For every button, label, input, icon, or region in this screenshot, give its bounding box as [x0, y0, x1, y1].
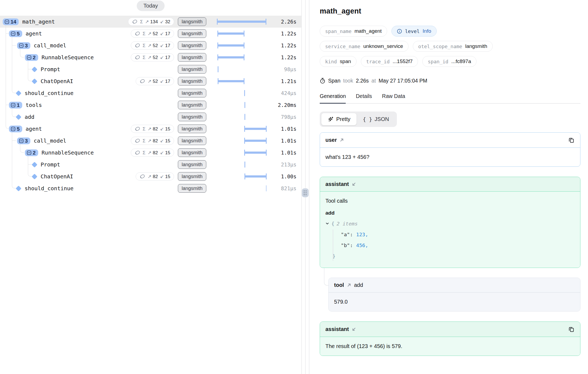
span-duration-bar	[244, 128, 266, 130]
waterfall-track	[213, 123, 269, 135]
tokens-out: ↙ 15	[160, 127, 170, 131]
json-key: "b":	[341, 242, 353, 248]
collapse-badge[interactable]: 2	[25, 149, 38, 156]
timing-word-at: at	[371, 78, 376, 84]
row-label-area: 3call_model	[0, 135, 131, 147]
drag-dots-icon	[304, 191, 307, 195]
message-card-assistant-toolcall: assistant Tool calls add { 2 items	[320, 177, 580, 268]
collapse-badge[interactable]: 3	[17, 137, 30, 144]
span-timing-line: Span took 2.26s at May 27 17:05:04 PM	[320, 78, 580, 84]
span-duration-bar	[245, 175, 266, 178]
tab-generation[interactable]: Generation	[320, 93, 346, 104]
panel-resizer-gutter[interactable]	[301, 0, 315, 374]
panel-divider-line	[309, 0, 309, 374]
json-arg-row: "a":123,	[325, 229, 575, 240]
token-counts: Σ↗ 52↙ 17	[131, 29, 174, 38]
stopwatch-icon	[320, 78, 325, 84]
message-header: assistant	[320, 322, 580, 337]
tab-details[interactable]: Details	[356, 93, 372, 104]
tokens-in: ↗ 134	[145, 19, 158, 24]
row-label-area: ChatOpenAI	[0, 75, 136, 87]
toggle-pretty[interactable]: Pretty	[321, 113, 357, 125]
duration-label: 1.22s	[269, 31, 301, 37]
pill-value: ...1552f7	[393, 58, 413, 64]
role-label: assistant	[325, 326, 349, 332]
panel-drag-handle[interactable]	[302, 188, 309, 197]
trace-row-ChatOpenAI[interactable]: ChatOpenAI↗ 82↙ 15langsmith1.00s	[0, 170, 301, 182]
waterfall-track	[213, 182, 269, 194]
trace-row-Prompt[interactable]: Promptlangsmith213µs	[0, 159, 301, 170]
trace-row-agent[interactable]: 5agentΣ↗ 52↙ 17langsmith1.22s	[0, 28, 301, 40]
collapse-badge[interactable]: 1	[9, 102, 22, 109]
tokens-in: ↗ 52	[148, 79, 158, 84]
pill-value: Info	[423, 28, 431, 34]
json-root-line[interactable]: { 2 items	[325, 218, 575, 229]
waterfall-track	[213, 40, 269, 51]
pill-key: span_name	[325, 28, 352, 34]
message-header: user	[320, 133, 580, 148]
message-content: Tool calls add { 2 items "a":123,"b":456…	[320, 192, 580, 268]
tool-result-wrapper: tool add 579.0	[328, 278, 580, 311]
message-card-tool: tool add 579.0	[328, 278, 580, 311]
open-brace: {	[331, 221, 334, 227]
span-name-label: math_agent	[22, 18, 55, 25]
pill-key: level	[405, 28, 420, 34]
copy-button[interactable]	[568, 326, 575, 333]
copy-icon	[568, 326, 575, 333]
duration-label: 2.26s	[269, 19, 301, 25]
token-counts: ↗ 52↙ 17	[136, 77, 174, 85]
tab-raw-data[interactable]: Raw Data	[382, 93, 405, 104]
trace-row-call_model[interactable]: 3call_modelΣ↗ 52↙ 17langsmith1.22s	[0, 40, 301, 51]
json-key: "a":	[341, 232, 353, 237]
message-header: tool add	[329, 278, 580, 293]
leaf-diamond-icon	[16, 185, 21, 191]
tokens-in: ↗ 52	[148, 43, 158, 48]
trace-row-add[interactable]: addlangsmith798µs	[0, 111, 301, 123]
collapse-badge[interactable]: 14	[3, 18, 19, 25]
token-pill: ↗ 52↙ 17	[136, 77, 174, 85]
trace-row-should_continue[interactable]: should_continuelangsmith424µs	[0, 87, 301, 99]
attribute-pill-span_name: span_namemath_agent	[320, 26, 387, 37]
copy-icon	[568, 137, 575, 143]
attribute-pill-service_name: service_nameunknown_service	[320, 41, 409, 52]
trace-row-should_continue[interactable]: should_continuelangsmith821µs	[0, 182, 301, 194]
attribute-pill-span_id: span_id...fc897a	[422, 56, 476, 67]
tokens-in: ↗ 52	[148, 31, 158, 36]
indent-guide	[333, 229, 333, 261]
view-mode-toggle: Pretty { } JSON	[320, 111, 397, 127]
trace-row-call_model[interactable]: 3call_modelΣ↗ 82↙ 15langsmith1.01s	[0, 135, 301, 147]
attribute-pill-level: levelInfo	[391, 26, 437, 37]
arrow-down-left-icon	[352, 182, 356, 186]
trace-row-tools[interactable]: 1toolslangsmith2.20ms	[0, 99, 301, 111]
row-label-area: 1tools	[0, 99, 174, 111]
today-button[interactable]: Today	[137, 1, 165, 11]
trace-row-ChatOpenAI[interactable]: ChatOpenAI↗ 52↙ 17langsmith1.21s	[0, 75, 301, 87]
braces-icon: { }	[363, 116, 372, 122]
pill-key: otel_scope_name	[418, 44, 462, 49]
span-name-label: ChatOpenAI	[41, 78, 73, 84]
collapse-badge[interactable]: 2	[25, 54, 38, 61]
copy-button[interactable]	[568, 137, 575, 143]
tool-name: add	[354, 282, 363, 288]
json-args-viewer: { 2 items "a":123,"b":456, }	[325, 218, 575, 261]
trace-row-agent[interactable]: 5agentΣ↗ 82↙ 15langsmith1.01s	[0, 123, 301, 135]
waterfall-track	[213, 87, 269, 99]
tokens-out: ↙ 17	[160, 43, 170, 48]
duration-label: 1.00s	[269, 173, 301, 179]
collapse-badge[interactable]: 3	[17, 42, 30, 49]
trace-row-Prompt[interactable]: Promptlangsmith98µs	[0, 63, 301, 75]
trace-row-RunnableSequence[interactable]: 2RunnableSequenceΣ↗ 82↙ 15langsmith1.01s	[0, 147, 301, 159]
collapse-badge[interactable]: 5	[9, 126, 22, 132]
sigma-icon: Σ	[143, 43, 146, 48]
span-duration-bar	[244, 140, 266, 142]
collapse-badge[interactable]: 5	[9, 30, 22, 37]
row-label-area: Prompt	[0, 159, 174, 170]
toggle-json[interactable]: { } JSON	[357, 113, 395, 125]
trace-row-math_agent[interactable]: 14math_agentΣ↗ 134↙ 32langsmith2.26s	[0, 16, 301, 28]
span-tick	[244, 102, 245, 108]
tool-call-name: add	[325, 210, 575, 216]
langsmith-tag: langsmith	[178, 41, 206, 50]
chevron-down-icon	[325, 222, 329, 225]
trace-row-RunnableSequence[interactable]: 2RunnableSequenceΣ↗ 52↙ 17langsmith1.22s	[0, 51, 301, 63]
json-arg-row: "b":456,	[325, 240, 575, 251]
